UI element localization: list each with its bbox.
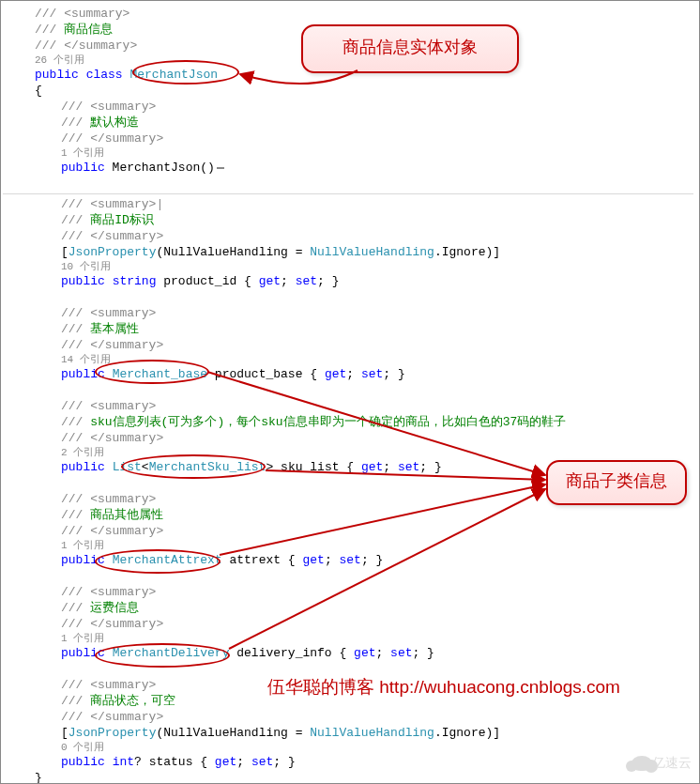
xml-doc: /// </summary> (8, 228, 693, 244)
xml-doc: /// </summary> (8, 337, 693, 353)
blog-watermark: 伍华聪的博客 http://wuhuacong.cnblogs.com (267, 679, 620, 695)
highlight-ellipse-sku (121, 454, 266, 479)
xml-doc: /// 商品ID标识 (8, 212, 693, 228)
xml-doc: /// 默认构造 (8, 115, 693, 131)
xml-doc: /// <summary> (8, 6, 693, 22)
xml-doc: /// <summary> (8, 584, 693, 600)
xml-doc: /// sku信息列表(可为多个)，每个sku信息串即为一个确定的商品，比如白色… (8, 414, 693, 430)
highlight-ellipse-class (132, 60, 239, 85)
highlight-ellipse-delivery (95, 643, 230, 668)
code-editor: /// <summary> /// 商品信息 /// </summary> 26… (3, 3, 697, 781)
codelens-reference[interactable]: 1 个引用 (8, 632, 693, 645)
xml-doc: /// </summary> (8, 616, 693, 632)
attribute: [JsonProperty(NullValueHandling = NullVa… (8, 244, 693, 260)
highlight-ellipse-base (95, 360, 209, 384)
property-declaration: public string product_id { get; set; } (8, 273, 693, 289)
xml-doc: /// 商品其他属性 (8, 507, 693, 523)
ctor-declaration: public MerchantJson() (8, 160, 693, 176)
xml-doc: /// <summary>| (8, 196, 693, 212)
property-declaration: public int? status { get; set; } (8, 754, 693, 770)
fold-indicator[interactable] (217, 167, 224, 169)
xml-doc: /// 基本属性 (8, 321, 693, 337)
codelens-reference[interactable]: 1 个引用 (8, 146, 693, 160)
xml-doc: /// </summary> (8, 430, 693, 446)
xml-doc: /// </summary> (8, 131, 693, 146)
highlight-ellipse-attrext (95, 549, 221, 574)
brace: } (8, 770, 693, 784)
brand-text: 亿速云 (652, 755, 692, 771)
annotation-callout-entity: 商品信息实体对象 (301, 24, 519, 73)
codelens-reference[interactable]: 10 个引用 (8, 260, 693, 273)
codelens-reference[interactable]: 0 个引用 (8, 741, 693, 754)
xml-doc: /// <summary> (8, 99, 693, 115)
codelens-reference[interactable]: 2 个引用 (8, 446, 693, 459)
region-separator (3, 193, 693, 194)
codelens-reference[interactable]: 1 个引用 (8, 539, 693, 552)
annotation-callout-subclass: 商品子类信息 (546, 460, 687, 505)
xml-doc: /// 运费信息 (8, 600, 693, 616)
brace: { (8, 83, 693, 99)
xml-doc: /// <summary> (8, 305, 693, 321)
xml-doc: /// <summary> (8, 398, 693, 414)
attribute: [JsonProperty(NullValueHandling = NullVa… (8, 725, 693, 741)
xml-doc: /// </summary> (8, 523, 693, 539)
brand-watermark: 亿速云 (632, 753, 693, 777)
cloud-icon (632, 756, 652, 771)
xml-doc: /// </summary> (8, 709, 693, 725)
